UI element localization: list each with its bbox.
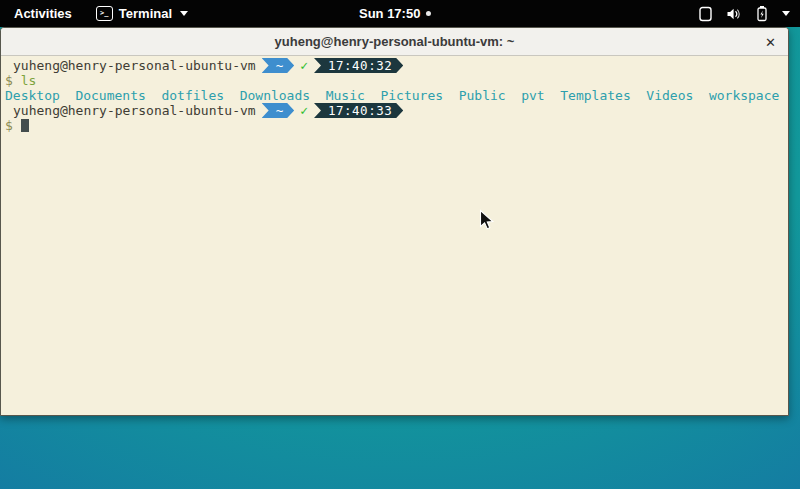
top-bar: Activities >_ Terminal Sun 17:50 bbox=[0, 0, 800, 27]
command-text: ls bbox=[21, 73, 37, 88]
text-cursor-block bbox=[21, 119, 29, 132]
system-menu-chevron-icon bbox=[782, 11, 790, 16]
prompt-symbol: $ bbox=[5, 73, 13, 88]
notification-dot-icon bbox=[426, 11, 431, 16]
terminal-content[interactable]: yuheng@henry-personal-ubuntu-vm ~ ✓ 17:4… bbox=[1, 56, 788, 416]
command-line: $ls bbox=[5, 73, 788, 88]
dir-entry: Public bbox=[459, 88, 506, 103]
dir-entry: Music bbox=[326, 88, 365, 103]
prompt-user-host: yuheng@henry-personal-ubuntu-vm bbox=[13, 58, 256, 73]
system-status-area[interactable] bbox=[694, 0, 794, 27]
clock-label: Sun 17:50 bbox=[359, 6, 420, 21]
prompt-user-host: yuheng@henry-personal-ubuntu-vm bbox=[13, 103, 256, 118]
battery-charging-icon bbox=[754, 5, 769, 22]
close-icon[interactable]: ✕ bbox=[765, 35, 776, 48]
activities-button[interactable]: Activities bbox=[10, 0, 76, 27]
prompt-cwd-segment: ~ bbox=[262, 58, 295, 73]
dir-entry: dotfiles bbox=[161, 88, 224, 103]
input-line: $ bbox=[5, 118, 788, 133]
clock-button[interactable]: Sun 17:50 bbox=[355, 0, 435, 27]
app-menu-label: Terminal bbox=[119, 6, 172, 21]
chevron-down-icon bbox=[180, 11, 188, 16]
check-icon: ✓ bbox=[300, 58, 308, 73]
prompt-line: yuheng@henry-personal-ubuntu-vm ~ ✓ 17:4… bbox=[5, 103, 788, 118]
prompt-symbol: $ bbox=[5, 118, 13, 133]
dir-entry: Desktop bbox=[5, 88, 60, 103]
dir-entry: Pictures bbox=[380, 88, 443, 103]
window-titlebar[interactable]: yuheng@henry-personal-ubuntu-vm: ~ ✕ bbox=[1, 28, 788, 56]
top-bar-left: Activities >_ Terminal bbox=[10, 0, 192, 27]
prompt-line: yuheng@henry-personal-ubuntu-vm ~ ✓ 17:4… bbox=[5, 58, 788, 73]
terminal-window: yuheng@henry-personal-ubuntu-vm: ~ ✕ yuh… bbox=[0, 27, 789, 416]
window-title: yuheng@henry-personal-ubuntu-vm: ~ bbox=[275, 34, 515, 49]
prompt-cwd-segment: ~ bbox=[262, 103, 295, 118]
dir-entry: pvt bbox=[521, 88, 544, 103]
dir-entry: Documents bbox=[75, 88, 145, 103]
prompt-time-segment: 17:40:33 bbox=[314, 103, 403, 118]
ls-output: Desktop Documents dotfiles Downloads Mus… bbox=[5, 88, 788, 103]
terminal-app-icon-glyph: >_ bbox=[100, 10, 108, 17]
check-icon: ✓ bbox=[300, 103, 308, 118]
volume-icon bbox=[726, 6, 741, 22]
desktop: Activities >_ Terminal Sun 17:50 bbox=[0, 0, 800, 489]
dir-entry: Downloads bbox=[240, 88, 310, 103]
prompt-time-segment: 17:40:32 bbox=[314, 58, 403, 73]
display-icon bbox=[698, 6, 713, 22]
terminal-app-icon: >_ bbox=[96, 6, 113, 21]
dir-entry: Templates bbox=[560, 88, 630, 103]
dir-entry: Videos bbox=[646, 88, 693, 103]
app-menu[interactable]: >_ Terminal bbox=[92, 0, 192, 27]
dir-entry: workspace bbox=[709, 88, 779, 103]
